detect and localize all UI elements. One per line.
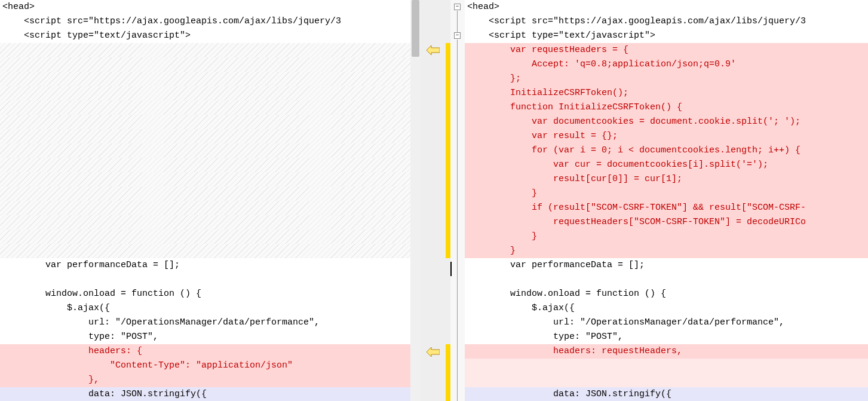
code-line[interactable]: type: "POST",	[0, 330, 410, 344]
caret-marker	[450, 262, 452, 276]
merge-left-arrow-icon[interactable]	[427, 45, 440, 55]
code-line[interactable]	[465, 373, 868, 387]
left-scrollbar[interactable]	[410, 0, 421, 401]
fold-toggle-icon[interactable]: −	[454, 4, 461, 10]
left-code[interactable]: <head> <script src="https://ajax.googlea…	[0, 0, 410, 401]
code-line[interactable]	[0, 143, 410, 158]
code-line[interactable]: },	[0, 373, 410, 387]
code-line[interactable]: window.onload = function () {	[0, 287, 410, 301]
code-line[interactable]: }	[465, 229, 868, 244]
code-line[interactable]: headers: {	[0, 344, 410, 359]
code-line[interactable]: <head>	[465, 0, 868, 14]
code-line[interactable]	[0, 186, 410, 201]
code-line[interactable]	[0, 201, 410, 215]
merge-gutter	[421, 0, 446, 401]
code-line[interactable]: var performanceData = [];	[465, 258, 868, 273]
code-line[interactable]: };	[465, 72, 868, 86]
code-line[interactable]	[465, 273, 868, 287]
change-indicator-bar	[446, 0, 450, 401]
fold-line	[457, 11, 458, 35]
code-line[interactable]	[0, 129, 410, 143]
code-line[interactable]	[0, 172, 410, 186]
code-line[interactable]: }	[465, 186, 868, 201]
code-line[interactable]: headers: requestHeaders,	[465, 344, 868, 359]
code-line[interactable]: window.onload = function () {	[465, 287, 868, 301]
code-line[interactable]: var documentcookies = document.cookie.sp…	[465, 115, 868, 129]
code-line[interactable]	[0, 158, 410, 172]
code-line[interactable]	[0, 100, 410, 115]
fold-line	[457, 39, 458, 401]
code-line[interactable]: requestHeaders["SCOM-CSRF-TOKEN"] = deco…	[465, 215, 868, 229]
code-line[interactable]: InitializeCSRFToken();	[465, 86, 868, 100]
code-line[interactable]: <script type="text/javascript">	[465, 29, 868, 43]
code-line[interactable]: Accept: 'q=0.8;application/json;q=0.9'	[465, 57, 868, 72]
code-line[interactable]: <script type="text/javascript">	[0, 29, 410, 43]
code-line[interactable]: <script src="https://ajax.googleapis.com…	[465, 14, 868, 29]
fold-toggle-icon[interactable]: −	[454, 32, 461, 39]
code-line[interactable]: var result = {};	[465, 129, 868, 143]
diff-viewer: <head> <script src="https://ajax.googlea…	[0, 0, 868, 401]
change-bar-gap	[446, 275, 450, 344]
code-line[interactable]: function InitializeCSRFToken() {	[465, 100, 868, 115]
code-line[interactable]: url: "/OperationsManager/data/performanc…	[465, 316, 868, 330]
code-line[interactable]	[0, 86, 410, 100]
code-line[interactable]	[0, 115, 410, 129]
code-line[interactable]	[0, 229, 410, 244]
code-line[interactable]: result[cur[0]] = cur[1];	[465, 172, 868, 186]
code-line[interactable]: var requestHeaders = {	[465, 43, 868, 57]
code-line[interactable]	[0, 43, 410, 57]
code-line[interactable]	[0, 273, 410, 287]
code-line[interactable]: $.ajax({	[0, 301, 410, 316]
code-line[interactable]: var cur = documentcookies[i].split('=');	[465, 158, 868, 172]
right-code[interactable]: <head> <script src="https://ajax.googlea…	[465, 0, 868, 401]
code-line[interactable]: <script src="https://ajax.googleapis.com…	[0, 14, 410, 29]
code-line[interactable]: <head>	[0, 0, 410, 14]
right-pane: − − <head> <script src="https://ajax.goo…	[450, 0, 868, 401]
merge-left-arrow-icon[interactable]	[427, 347, 440, 357]
code-line[interactable]	[465, 359, 868, 373]
left-pane: <head> <script src="https://ajax.googlea…	[0, 0, 410, 401]
code-line[interactable]	[0, 215, 410, 229]
code-line[interactable]: type: "POST",	[465, 330, 868, 344]
code-line[interactable]: url: "/OperationsManager/data/performanc…	[0, 316, 410, 330]
code-line[interactable]	[0, 72, 410, 86]
code-line[interactable]: for (var i = 0; i < documentcookies.leng…	[465, 143, 868, 158]
code-line[interactable]: "Content-Type": "application/json"	[0, 359, 410, 373]
fold-gutter[interactable]: − −	[450, 0, 465, 401]
code-line[interactable]: }	[465, 244, 868, 258]
code-line[interactable]: $.ajax({	[465, 301, 868, 316]
code-line[interactable]: data: JSON.stringify({	[465, 387, 868, 401]
change-bar-gap	[446, 258, 450, 275]
change-bar-gap	[446, 0, 450, 43]
code-line[interactable]: data: JSON.stringify({	[0, 387, 410, 401]
code-line[interactable]	[0, 244, 410, 258]
scrollbar-thumb[interactable]	[412, 0, 419, 57]
code-line[interactable]: if (result["SCOM-CSRF-TOKEN"] && result[…	[465, 201, 868, 215]
code-line[interactable]: var performanceData = [];	[0, 258, 410, 273]
code-line[interactable]	[0, 57, 410, 72]
